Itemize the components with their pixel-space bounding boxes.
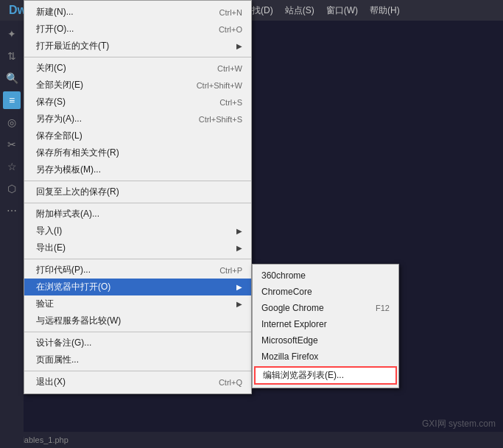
separator-6 [24,371,251,371]
menu-item-preview-browser[interactable]: 在浏览器中打开(O) ▶ [24,279,251,295]
browser-firefox[interactable]: Mozilla Firefox [253,349,398,365]
sidebar-icon-sync[interactable]: ⇅ [3,47,21,65]
sidebar-icon-search[interactable]: 🔍 [3,69,21,87]
app-background: Dw 文件(F) 编辑(E) 查看(V) 插入(I) 工具(T) 查找(D) 站… [0,0,503,448]
sidebar-icon-scissors[interactable]: ✂ [3,136,21,153]
menu-item-save-related[interactable]: 保存所有相关文件(R) [24,144,251,161]
menu-item-save-template[interactable]: 另存为模板(M)... [24,161,251,178]
menu-item-revert[interactable]: 回复至上次的保存(R) [24,183,251,200]
browser-chromecore[interactable]: ChromeCore [253,284,398,300]
menu-item-save[interactable]: 保存(S) Ctrl+S [24,94,251,111]
menu-help[interactable]: 帮助(H) [364,1,406,20]
menu-item-open[interactable]: 打开(O)... Ctrl+O [24,21,251,38]
menu-item-open-recent[interactable]: 打开最近的文件(T) ▶ [24,38,251,55]
menu-item-design-notes[interactable]: 设计备注(G)... [24,335,251,351]
menu-item-save-as[interactable]: 另存为(A)... Ctrl+Shift+S [24,111,251,127]
menu-site[interactable]: 站点(S) [279,1,320,20]
sidebar-icon-hex[interactable]: ⬡ [3,180,21,197]
menu-item-validate[interactable]: 验证 ▶ [24,295,251,312]
sidebar-icon-new[interactable]: ✦ [3,25,21,43]
menu-item-print-code[interactable]: 打印代码(P)... Ctrl+P [24,262,251,279]
browser-360chrome[interactable]: 360chrome [253,267,398,284]
sidebar-icon-star[interactable]: ☆ [3,158,21,175]
menu-item-page-properties[interactable]: 页面属性... [24,351,251,368]
sidebar-icon-target[interactable]: ◎ [3,113,21,131]
sidebar-icon-files[interactable]: ≡ [3,91,21,109]
browser-ie[interactable]: Internet Explorer [253,316,398,332]
browser-google-chrome[interactable]: Google Chrome F12 [253,300,398,316]
left-sidebar: ✦ ⇅ 🔍 ≡ ◎ ✂ ☆ ⬡ ⋯ [0,21,24,448]
browser-msedge[interactable]: MicrosoftEdge [253,332,398,349]
menu-item-save-all[interactable]: 保存全部(L) [24,127,251,144]
browser-submenu: 360chrome ChromeCore Google Chrome F12 I… [252,264,399,388]
gxi-watermark: GXI网 system.com [422,418,496,430]
separator-5 [24,332,251,332]
separator-4 [24,259,251,259]
bottom-bar: _Variables_1.php [0,432,503,448]
menu-item-close[interactable]: 关闭(C) Ctrl+W [24,60,251,77]
menu-item-export[interactable]: 导出(E) ▶ [24,239,251,256]
menu-item-attach-stylesheet[interactable]: 附加样式表(A)... [24,206,251,223]
sidebar-icon-more[interactable]: ⋯ [3,202,21,220]
menu-item-close-all[interactable]: 全部关闭(E) Ctrl+Shift+W [24,77,251,94]
menu-item-import[interactable]: 导入(I) ▶ [24,223,251,239]
separator-3 [24,203,251,203]
menu-item-new[interactable]: 新建(N)... Ctrl+N [24,4,251,21]
separator-2 [24,181,251,181]
menu-item-compare-server[interactable]: 与远程服务器比较(W) [24,312,251,329]
menu-item-exit[interactable]: 退出(X) Ctrl+Q [24,374,251,391]
separator-1 [24,57,251,57]
menu-window[interactable]: 窗口(W) [320,1,364,20]
browser-edit-list[interactable]: 编辑浏览器列表(E)... [254,366,397,385]
file-dropdown-menu: 新建(N)... Ctrl+N 打开(O)... Ctrl+O 打开最近的文件(… [24,0,252,394]
